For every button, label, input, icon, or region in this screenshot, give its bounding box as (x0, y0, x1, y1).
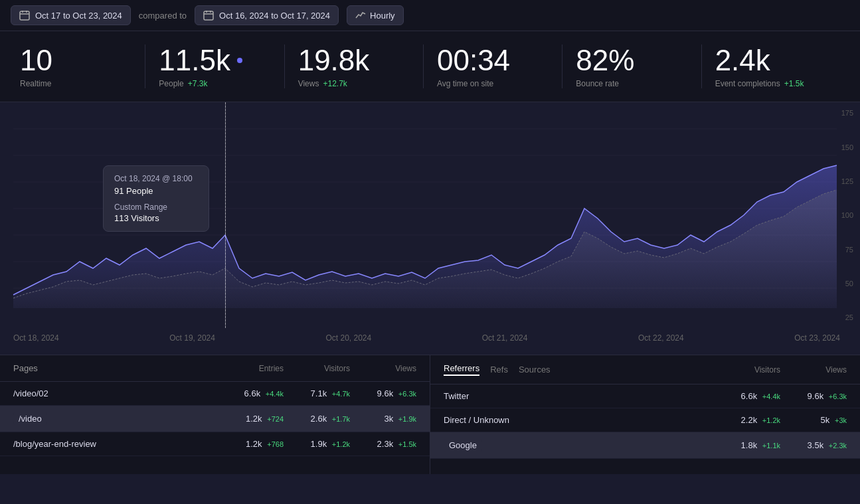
table-row[interactable]: Direct / Unknown 2.2k +1.2k 5k +3k (430, 408, 860, 432)
pages-col-views: Views (350, 364, 416, 373)
chart-y-labels: 175 150 125 100 75 50 25 (841, 109, 853, 321)
row-entries: 6.6k +4.4k (217, 388, 284, 398)
realtime-label: Realtime (20, 79, 131, 88)
row-views: 2.3k +1.5k (350, 439, 416, 449)
event-completions-value: 2.4k (715, 44, 827, 76)
page-path: /blog/year-end-review (13, 439, 217, 449)
avg-time-value: 00:34 (437, 44, 549, 76)
primary-date-range-button[interactable]: Oct 17 to Oct 23, 2024 (11, 5, 131, 25)
table-row[interactable]: /blog/year-end-review 1.2k +768 1.9k +1.… (0, 432, 430, 456)
views-label: Views +12.7k (298, 79, 410, 88)
x-label-2: Oct 19, 2024 (169, 333, 215, 343)
tooltip-visitors: 113 Visitors (114, 213, 198, 223)
chart-container: 175 150 125 100 75 50 25 Oct 18, 2024 @ … (0, 102, 860, 355)
bottom-section: Pages Entries Visitors Views /video/02 6… (0, 355, 860, 474)
chart-x-labels: Oct 18, 2024 Oct 19, 2024 Oct 20, 2024 O… (0, 328, 860, 348)
people-metric: 11.5k People +7.3k (145, 44, 284, 88)
row-views: 5k +3k (780, 415, 847, 425)
people-value: 11.5k (159, 44, 270, 76)
table-row[interactable]: Google 1.8k +1.1k 3.5k +2.3k (430, 432, 860, 459)
row-visitors: 1.9k +1.2k (284, 439, 350, 449)
avg-time-metric: 00:34 Avg time on site (424, 44, 562, 88)
views-metric: 19.8k Views +12.7k (285, 44, 424, 88)
referrers-tab-group: Referrers Refs Sources (444, 363, 714, 376)
referrer-name: Google (444, 439, 714, 452)
page-path: /video/02 (13, 388, 217, 398)
realtime-value: 10 (20, 44, 131, 76)
row-visitors: 6.6k +4.4k (714, 391, 780, 401)
row-views: 3.5k +2.3k (780, 440, 847, 450)
bounce-rate-metric: 82% Bounce rate (562, 44, 701, 88)
chart-vertical-line (225, 102, 226, 328)
secondary-date-range-button[interactable]: Oct 16, 2024 to Oct 17, 2024 (195, 5, 339, 25)
row-views: 9.6k +6.3k (780, 391, 847, 401)
calendar-icon (19, 10, 30, 21)
page-path: /video (13, 412, 217, 425)
row-entries: 1.2k +724 (217, 414, 284, 424)
table-row[interactable]: Twitter 6.6k +4.4k 9.6k +6.3k (430, 384, 860, 408)
x-label-6: Oct 23, 2024 (794, 333, 840, 343)
compared-to-label: compared to (139, 11, 187, 21)
secondary-date-range-label: Oct 16, 2024 to Oct 17, 2024 (219, 11, 330, 21)
referrers-table: Referrers Refs Sources Visitors Views Tw… (430, 355, 860, 474)
top-bar: Oct 17 to Oct 23, 2024 compared to Oct 1… (0, 0, 860, 31)
people-change: +7.3k (188, 79, 208, 88)
referrer-name: Direct / Unknown (444, 415, 714, 425)
primary-date-range-label: Oct 17 to Oct 23, 2024 (35, 11, 122, 21)
x-label-1: Oct 18, 2024 (13, 333, 59, 343)
row-entries: 1.2k +768 (217, 439, 284, 449)
x-label-5: Oct 22, 2024 (638, 333, 684, 343)
referrers-tabs: Referrers Refs Sources (444, 363, 714, 376)
people-dot (237, 58, 242, 63)
chart-line-icon (355, 10, 366, 21)
bounce-rate-value: 82% (576, 44, 687, 76)
tab-refs[interactable]: Refs (490, 365, 508, 375)
row-visitors: 2.2k +1.2k (714, 415, 780, 425)
chart-tooltip: Oct 18, 2024 @ 18:00 91 People Custom Ra… (103, 165, 209, 232)
referrer-name: Twitter (444, 391, 714, 401)
pages-table-header: Pages Entries Visitors Views (0, 355, 430, 382)
tab-referrers[interactable]: Referrers (444, 363, 479, 376)
avg-time-label: Avg time on site (437, 79, 549, 88)
row-views: 3k +1.9k (350, 414, 416, 424)
pages-table: Pages Entries Visitors Views /video/02 6… (0, 355, 430, 474)
table-row[interactable]: /video 1.2k +724 2.6k +1.7k 3k +1.9k (0, 406, 430, 432)
event-completions-change: +1.5k (784, 79, 804, 88)
event-completions-metric: 2.4k Event completions +1.5k (702, 44, 840, 88)
row-views: 9.6k +6.3k (350, 388, 416, 398)
hourly-button[interactable]: Hourly (347, 5, 404, 25)
referrers-col-views: Views (780, 365, 847, 375)
calendar-icon-2 (203, 10, 214, 21)
pages-table-title: Pages (13, 363, 217, 373)
chart-section: 175 150 125 100 75 50 25 Oct 18, 2024 @ … (0, 102, 860, 355)
event-completions-label: Event completions +1.5k (715, 79, 827, 88)
views-change: +12.7k (323, 79, 347, 88)
tooltip-date: Oct 18, 2024 @ 18:00 (114, 174, 198, 183)
table-row[interactable]: /video/02 6.6k +4.4k 7.1k +4.7k 9.6k +6.… (0, 382, 430, 406)
row-visitors: 7.1k +4.7k (284, 388, 350, 398)
x-label-3: Oct 20, 2024 (326, 333, 372, 343)
svg-rect-0 (20, 11, 29, 20)
tooltip-people: 91 People (114, 186, 198, 196)
pages-col-entries: Entries (217, 364, 284, 373)
views-value: 19.8k (298, 44, 410, 76)
tab-sources[interactable]: Sources (519, 365, 551, 375)
referrers-col-visitors: Visitors (714, 365, 780, 375)
row-visitors: 2.6k +1.7k (284, 414, 350, 424)
x-label-4: Oct 21, 2024 (482, 333, 528, 343)
bounce-rate-label: Bounce rate (576, 79, 687, 88)
svg-rect-4 (204, 11, 213, 20)
tooltip-section-title: Custom Range (114, 203, 198, 212)
hourly-label: Hourly (370, 11, 395, 21)
people-label: People +7.3k (159, 79, 270, 88)
realtime-metric: 10 Realtime (20, 44, 145, 88)
row-visitors: 1.8k +1.1k (714, 440, 780, 450)
referrers-table-header: Referrers Refs Sources Visitors Views (430, 355, 860, 384)
metrics-row: 10 Realtime 11.5k People +7.3k 19.8k Vie… (0, 31, 860, 102)
pages-col-visitors: Visitors (284, 364, 350, 373)
